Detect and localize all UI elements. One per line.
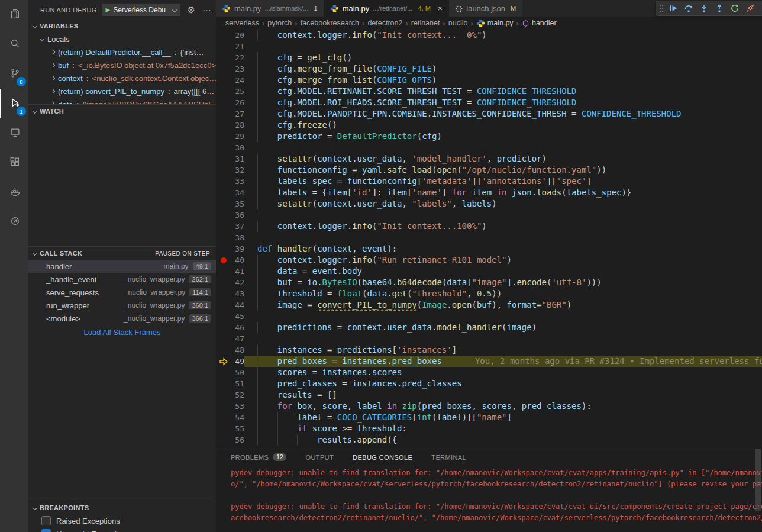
- breakpoint-row[interactable]: Raised Exceptions: [28, 514, 216, 527]
- gutter-glyph[interactable]: [216, 63, 231, 75]
- panel-tab-problems[interactable]: PROBLEMS12: [231, 447, 286, 467]
- code-line[interactable]: 29predictor = DefaultPredictor(cfg): [216, 131, 762, 142]
- gutter-glyph[interactable]: [216, 389, 231, 401]
- line-number[interactable]: 35: [231, 198, 244, 209]
- panel-scrollbar[interactable]: [755, 449, 761, 511]
- gutter-glyph[interactable]: [216, 97, 231, 108]
- start-debug-icon[interactable]: ▶: [106, 7, 111, 13]
- code-line[interactable]: 37context.logger.info("Init context...10…: [216, 221, 762, 232]
- code-line[interactable]: 28cfg.freeze(): [216, 120, 762, 131]
- code-line[interactable]: 31setattr(context.user_data, 'model_hand…: [216, 153, 762, 165]
- line-number[interactable]: 22: [231, 52, 244, 63]
- call-stack-header[interactable]: CALL STACK PAUSED ON STEP: [28, 247, 216, 260]
- load-all-stack-frames-link[interactable]: Load All Stack Frames: [28, 328, 216, 337]
- breadcrumb-symbol[interactable]: handler: [522, 19, 557, 27]
- gutter-glyph[interactable]: [216, 232, 231, 243]
- code-line[interactable]: 54label = COCO_CATEGORIES[int(label)]["n…: [216, 412, 762, 423]
- line-number[interactable]: 54: [231, 412, 244, 423]
- code-line[interactable]: 55if score >= threshold:: [216, 423, 762, 434]
- code-line[interactable]: 40context.logger.info("Run retinanet-R10…: [216, 254, 762, 266]
- variable-row[interactable]: context:<nuclio_sdk.context.Context obje…: [28, 72, 216, 85]
- variable-row[interactable]: (return) convert_PIL_to_numpy:array([[[ …: [28, 85, 216, 98]
- line-number[interactable]: 43: [231, 288, 244, 299]
- line-number[interactable]: 30: [231, 142, 244, 153]
- gutter-glyph[interactable]: [216, 41, 231, 52]
- line-number[interactable]: 46: [231, 322, 244, 333]
- breakpoint-row[interactable]: ✓Uncaught Exceptions: [28, 527, 216, 532]
- code-line[interactable]: 30: [216, 142, 762, 153]
- line-number[interactable]: 42: [231, 277, 244, 288]
- gutter-glyph[interactable]: [216, 254, 231, 266]
- code-line[interactable]: 38: [216, 232, 762, 243]
- line-number[interactable]: 31: [231, 153, 244, 165]
- code-line[interactable]: 20context.logger.info("Init context... 0…: [216, 30, 762, 41]
- step-out-button[interactable]: [712, 1, 727, 15]
- breakpoints-header[interactable]: BREAKPOINTS: [28, 501, 216, 514]
- code-line[interactable]: 33labels_spec = functionconfig['metadata…: [216, 176, 762, 187]
- gutter-glyph[interactable]: [216, 221, 231, 232]
- line-number[interactable]: 28: [231, 120, 244, 131]
- line-number[interactable]: 39: [231, 243, 244, 254]
- code-line[interactable]: 47: [216, 333, 762, 344]
- editor-tab[interactable]: {}launch.jsonM: [449, 0, 522, 17]
- line-number[interactable]: 23: [231, 63, 244, 75]
- line-number[interactable]: 37: [231, 221, 244, 232]
- more-actions-icon[interactable]: ···: [202, 5, 211, 14]
- sidebar-item-search[interactable]: [0, 30, 28, 59]
- gutter-glyph[interactable]: [216, 367, 231, 378]
- watch-header[interactable]: WATCH: [28, 105, 216, 118]
- line-number[interactable]: 41: [231, 266, 244, 277]
- breadcrumb-file[interactable]: main.py: [476, 19, 514, 28]
- close-icon[interactable]: ×: [438, 4, 443, 12]
- gutter-glyph[interactable]: [216, 378, 231, 389]
- checkbox[interactable]: [41, 516, 51, 525]
- gutter-glyph[interactable]: [216, 153, 231, 165]
- sidebar-item-live-share[interactable]: [0, 207, 28, 237]
- sidebar-item-source-control[interactable]: 8: [0, 59, 28, 89]
- line-number[interactable]: 49: [231, 356, 244, 367]
- line-number[interactable]: 20: [231, 30, 244, 41]
- gutter-glyph[interactable]: [216, 176, 231, 187]
- line-number[interactable]: 56: [231, 434, 244, 446]
- sidebar-item-explorer[interactable]: [0, 0, 28, 30]
- editor-tab[interactable]: main.py.../siammask/...1: [216, 0, 324, 17]
- sidebar-item-remote-explorer[interactable]: [0, 118, 28, 148]
- line-number[interactable]: 33: [231, 176, 244, 187]
- debug-config-picker[interactable]: ▶ Serverless Debu: [102, 4, 180, 16]
- gutter-glyph[interactable]: [216, 75, 231, 86]
- stack-frame-row[interactable]: handlermain.py49:1: [28, 260, 216, 273]
- step-over-button[interactable]: [681, 1, 696, 15]
- sidebar-item-run-and-debug[interactable]: 1: [0, 89, 28, 118]
- toolbar-drag-handle[interactable]: [657, 1, 666, 15]
- line-number[interactable]: 53: [231, 401, 244, 412]
- code-line[interactable]: 56results.append({: [216, 434, 762, 446]
- gutter-glyph[interactable]: [216, 288, 231, 299]
- gutter-glyph[interactable]: [216, 401, 231, 412]
- gutter-glyph[interactable]: [216, 412, 231, 423]
- gutter-glyph[interactable]: [216, 165, 231, 176]
- breadcrumb-folder[interactable]: pytorch: [267, 19, 292, 27]
- code-line[interactable]: 51pred_classes = instances.pred_classes: [216, 378, 762, 389]
- gutter-glyph[interactable]: [216, 120, 231, 131]
- code-line[interactable]: 32functionconfig = yaml.safe_load(open("…: [216, 165, 762, 176]
- editor-tab[interactable]: main.py.../retinanet/...4, M×: [324, 0, 449, 17]
- sidebar-item-docker[interactable]: [0, 178, 28, 207]
- line-number[interactable]: 50: [231, 367, 244, 378]
- panel-tab-terminal[interactable]: TERMINAL: [431, 447, 466, 467]
- code-line[interactable]: 22cfg = get_cfg(): [216, 52, 762, 63]
- gutter-glyph[interactable]: [216, 423, 231, 434]
- variable-row[interactable]: (return) DefaultPredictor.__call__:{'ins…: [28, 46, 216, 59]
- code-line[interactable]: 39def handler(context, event):: [216, 243, 762, 254]
- gutter-glyph[interactable]: [216, 142, 231, 153]
- variable-row[interactable]: buf:<_io.BytesIO object at 0x7f5a2dc1ecc…: [28, 59, 216, 72]
- gutter-glyph[interactable]: [216, 277, 231, 288]
- sidebar-item-extensions[interactable]: [0, 148, 28, 178]
- code-line[interactable]: 41data = event.body: [216, 266, 762, 277]
- line-number[interactable]: 45: [231, 311, 244, 322]
- breakpoint-icon[interactable]: [221, 257, 227, 263]
- line-number[interactable]: 44: [231, 299, 244, 311]
- line-number[interactable]: 34: [231, 187, 244, 198]
- code-line[interactable]: 23cfg.merge_from_file(CONFIG_FILE): [216, 63, 762, 75]
- line-number[interactable]: 27: [231, 108, 244, 120]
- gutter-glyph[interactable]: [216, 243, 231, 254]
